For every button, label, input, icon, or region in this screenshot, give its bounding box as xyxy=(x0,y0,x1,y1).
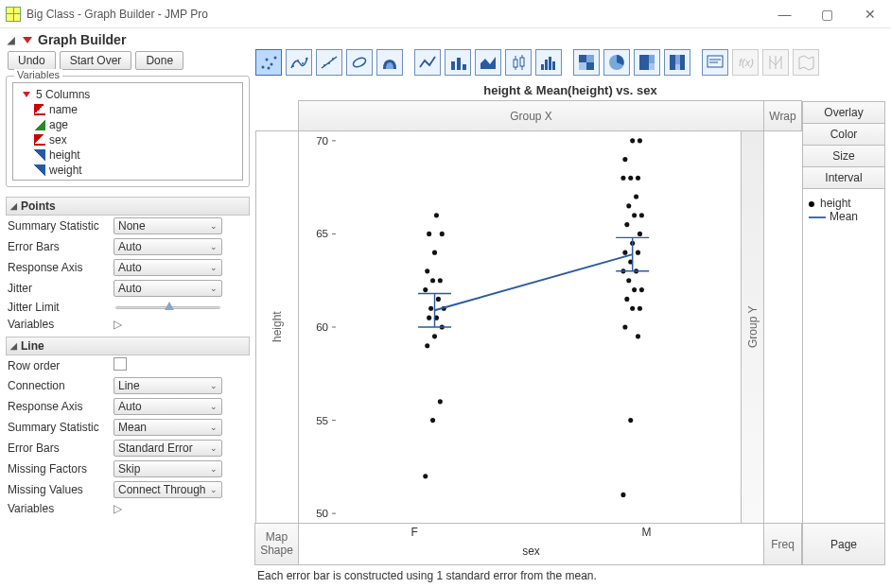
chevron-down-icon: ⌄ xyxy=(210,263,218,272)
column-sex[interactable]: sex xyxy=(17,132,238,147)
points-response-axis-combo[interactable]: Auto⌄ xyxy=(114,259,222,276)
points-summary-stat-combo[interactable]: None⌄ xyxy=(114,217,222,234)
svg-point-100 xyxy=(622,157,627,162)
zone-page[interactable]: Page xyxy=(802,524,885,565)
points-error-bars-combo[interactable]: Auto⌄ xyxy=(114,238,222,255)
charticon-caption[interactable] xyxy=(702,49,728,76)
charticon-parallel xyxy=(762,49,789,76)
column-list[interactable]: 5 Columns name age sex height xyxy=(12,82,243,181)
charticon-ellipse[interactable] xyxy=(346,49,373,76)
line-summary-stat-combo[interactable]: Mean⌄ xyxy=(114,419,222,436)
zone-wrap[interactable]: Wrap xyxy=(763,100,802,131)
points-variables-expand[interactable]: ▷ xyxy=(114,318,122,331)
svg-point-68 xyxy=(430,278,435,283)
points-group-header[interactable]: ◢ Points xyxy=(6,197,250,216)
svg-text:f(x): f(x) xyxy=(739,57,754,68)
charticon-treemap[interactable] xyxy=(634,49,660,76)
zone-size[interactable]: Size xyxy=(802,146,885,167)
charticon-box[interactable] xyxy=(505,49,532,76)
svg-point-80 xyxy=(638,306,642,311)
svg-point-96 xyxy=(634,194,638,199)
column-age[interactable]: age xyxy=(17,117,238,132)
line-error-bars-combo[interactable]: Standard Error⌄ xyxy=(114,440,222,457)
row-order-checkbox[interactable] xyxy=(114,357,127,371)
line-group-header[interactable]: ◢ Line xyxy=(6,337,250,355)
variables-fieldset: Variables 5 Columns name age sex xyxy=(6,76,250,187)
svg-rect-37 xyxy=(675,64,680,70)
zone-interval[interactable]: Interval xyxy=(802,167,885,189)
x-tick-M: M xyxy=(642,526,652,539)
svg-point-8 xyxy=(306,58,307,60)
hotspot-icon[interactable] xyxy=(23,37,32,43)
svg-point-56 xyxy=(423,474,428,478)
svg-point-72 xyxy=(440,232,445,236)
line-variables-expand[interactable]: ▷ xyxy=(114,502,122,515)
svg-point-98 xyxy=(628,176,633,181)
svg-rect-29 xyxy=(579,62,586,70)
svg-rect-27 xyxy=(579,55,586,62)
zone-group-x[interactable]: Group X xyxy=(298,100,764,131)
chevron-down-icon: ⌄ xyxy=(210,464,218,474)
line-missing-factors-combo[interactable]: Skip⌄ xyxy=(114,460,222,477)
column-name[interactable]: name xyxy=(17,102,238,117)
svg-text:60: 60 xyxy=(316,320,328,333)
svg-point-88 xyxy=(636,251,640,255)
chevron-down-icon: ⌄ xyxy=(210,284,218,293)
charticon-heatmap[interactable] xyxy=(573,49,600,76)
zone-color[interactable]: Color xyxy=(802,124,885,146)
charticon-formula: f(x) xyxy=(732,49,759,76)
chart-title: height & Mean(height) vs. sex xyxy=(255,81,885,101)
x-axis-area[interactable]: F M sex xyxy=(298,523,764,565)
chevron-down-icon: ⌄ xyxy=(210,485,218,494)
start-over-button[interactable]: Start Over xyxy=(60,51,132,70)
svg-point-1 xyxy=(266,59,269,61)
charticon-line-of-fit[interactable] xyxy=(316,49,342,76)
column-height[interactable]: height xyxy=(17,147,238,163)
jitter-limit-slider[interactable] xyxy=(114,301,222,314)
zone-group-y[interactable]: Group Y xyxy=(741,130,764,524)
charticon-contour[interactable] xyxy=(376,49,403,76)
zone-overlay[interactable]: Overlay xyxy=(802,101,885,124)
zone-freq[interactable]: Freq xyxy=(763,523,802,565)
charticon-mosaic[interactable] xyxy=(664,49,690,76)
chart-type-palette: f(x) xyxy=(255,49,885,81)
plot-area[interactable]: 5055606570 xyxy=(298,130,742,524)
y-axis-label[interactable]: height xyxy=(255,130,299,524)
line-missing-values-combo[interactable]: Connect Through⌄ xyxy=(114,481,222,498)
svg-point-81 xyxy=(624,297,629,302)
svg-rect-17 xyxy=(514,60,517,67)
section-header: ◢ Graph Builder xyxy=(0,28,891,49)
zone-map-shape[interactable]: Map Shape xyxy=(254,523,299,565)
charticon-bar[interactable] xyxy=(445,49,471,76)
svg-rect-35 xyxy=(670,55,675,70)
svg-point-70 xyxy=(425,268,429,273)
graph-grid: Group X Wrap Overlay Color Size Interval… xyxy=(255,101,885,565)
x-tick-F: F xyxy=(411,526,417,539)
svg-point-74 xyxy=(434,213,439,217)
line-connection-combo[interactable]: Line⌄ xyxy=(114,377,222,394)
column-weight[interactable]: weight xyxy=(17,163,238,178)
columns-header[interactable]: 5 Columns xyxy=(17,87,238,102)
charticon-points[interactable] xyxy=(255,49,282,76)
charticon-pie[interactable] xyxy=(603,49,630,76)
charticon-smoother[interactable] xyxy=(286,49,312,76)
svg-point-78 xyxy=(622,324,627,329)
chevron-down-icon: ⌄ xyxy=(210,221,218,231)
disclosure-icon[interactable]: ◢ xyxy=(6,34,17,45)
disclosure-icon: ◢ xyxy=(10,341,17,351)
maximize-button[interactable]: ▢ xyxy=(806,0,848,28)
done-button[interactable]: Done xyxy=(135,51,183,70)
undo-button[interactable]: Undo xyxy=(8,51,56,70)
svg-point-69 xyxy=(438,278,443,283)
minimize-button[interactable]: — xyxy=(763,0,806,28)
charticon-area[interactable] xyxy=(475,49,501,76)
titlebar: Big Class - Graph Builder - JMP Pro — ▢ … xyxy=(0,0,891,28)
close-button[interactable]: ✕ xyxy=(848,0,891,28)
charticon-histogram[interactable] xyxy=(535,49,562,76)
points-jitter-combo[interactable]: Auto⌄ xyxy=(114,280,222,297)
svg-point-7 xyxy=(302,62,304,64)
svg-point-83 xyxy=(639,287,644,292)
hotspot-icon[interactable] xyxy=(23,92,30,97)
charticon-line[interactable] xyxy=(414,49,441,76)
line-response-axis-combo[interactable]: Auto⌄ xyxy=(114,398,222,415)
